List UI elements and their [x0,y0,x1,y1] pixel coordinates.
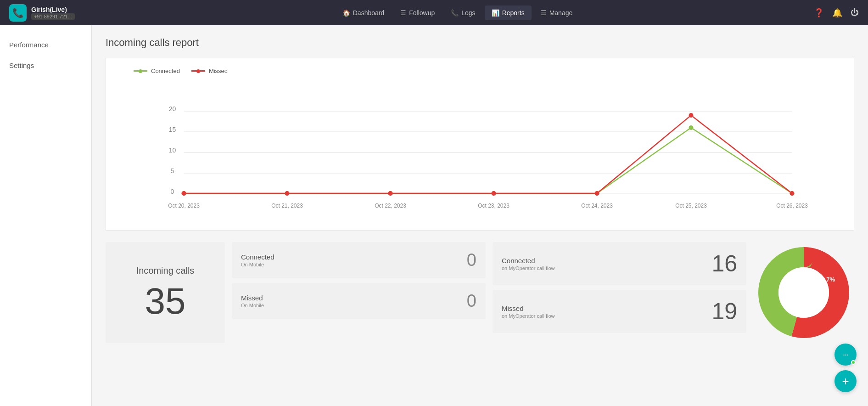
missed-mobile-label: Missed [241,294,264,302]
dashboard-icon: 🏠 [342,9,350,17]
svg-point-25 [285,191,290,196]
sidebar-item-settings[interactable]: Settings [0,55,91,76]
connected-flow-value: 16 [711,250,737,277]
online-indicator [851,360,856,365]
missed-mobile-value: 0 [467,291,476,311]
svg-text:0: 0 [171,188,174,195]
fab-chat-button[interactable]: ··· [834,344,857,366]
incoming-calls-label: Incoming calls [136,265,195,276]
svg-point-30 [790,191,795,196]
sidebar-settings-label: Settings [9,62,34,69]
missed-flow-sub: on MyOperator call flow [502,313,555,319]
svg-text:45.7%: 45.7% [818,276,835,283]
connected-mobile-sub: On Mobile [241,262,274,267]
nav-manage-label: Manage [549,9,573,17]
sidebar-performance-label: Performance [9,41,49,49]
add-icon: + [842,374,849,389]
help-icon[interactable]: ❓ [814,8,824,18]
line-chart: 0 5 10 15 20 Oct 20, 2023 Oct 21, 2023 O… [115,81,845,221]
nav-manage[interactable]: ☰ Manage [534,6,580,20]
manage-icon: ☰ [541,9,547,17]
notification-icon[interactable]: 🔔 [832,8,842,18]
svg-point-27 [492,191,496,196]
svg-point-29 [689,113,694,118]
svg-text:Oct 20, 2023: Oct 20, 2023 [168,203,200,209]
svg-text:54.3%: 54.3% [784,291,802,298]
missed-flow-label: Missed [502,304,555,312]
nav-reports-label: Reports [502,9,525,17]
nav-reports[interactable]: 📊 Reports [485,6,532,20]
nav-logs-label: Logs [461,9,475,17]
svg-text:Oct 21, 2023: Oct 21, 2023 [271,203,303,209]
missed-mobile-info: Missed On Mobile [241,294,264,308]
svg-text:5: 5 [171,167,174,175]
svg-point-24 [182,191,186,196]
missed-mobile-card: Missed On Mobile 0 [232,283,486,319]
stats-row: Incoming calls 35 Connected On Mobile 0 … [106,242,854,343]
connected-mobile-info: Connected On Mobile [241,253,274,267]
missed-flow-info: Missed on MyOperator call flow [502,304,555,319]
connected-flow-label: Connected [502,257,555,265]
nav-logs[interactable]: 📞 Logs [444,6,482,20]
connected-mobile-value: 0 [467,250,476,270]
brand-name: Girish(Live) [31,6,75,13]
svg-text:20: 20 [169,105,176,113]
legend-connected: Connected [134,68,180,74]
chart-legend: Connected Missed [134,68,845,74]
legend-missed-label: Missed [209,68,228,74]
nav-dashboard[interactable]: 🏠 Dashboard [336,6,392,20]
chat-icon: ··· [843,350,848,360]
reports-icon: 📊 [492,9,499,17]
svg-text:Oct 23, 2023: Oct 23, 2023 [478,203,510,209]
brand-logo-icon: 📞 [9,4,27,22]
chart-container: Connected Missed 0 5 10 15 20 [106,58,854,231]
connected-mobile-card: Connected On Mobile 0 [232,242,486,278]
myoperator-stats: Connected on MyOperator call flow 16 Mis… [493,242,746,343]
brand-phone: +91 89291 721... [31,13,75,20]
logs-icon: 📞 [451,9,459,17]
svg-point-22 [689,125,694,130]
svg-point-26 [388,191,393,196]
sidebar: Performance Settings [0,25,92,406]
svg-text:Oct 25, 2023: Oct 25, 2023 [675,203,707,209]
legend-connected-label: Connected [151,68,180,74]
svg-point-28 [595,191,599,196]
nav-followup-label: Followup [409,9,435,17]
connected-mobile-label: Connected [241,253,274,261]
nav-right-actions: ❓ 🔔 ⏻ [814,8,859,18]
sidebar-item-performance[interactable]: Performance [0,34,91,55]
missed-mobile-sub: On Mobile [241,303,264,308]
incoming-calls-number: 35 [145,283,186,320]
missed-flow-card: Missed on MyOperator call flow 19 [493,290,746,333]
top-navigation: 📞 Girish(Live) +91 89291 721... 🏠 Dashbo… [0,0,868,25]
nav-dashboard-label: Dashboard [353,9,385,17]
followup-icon: ☰ [400,9,406,17]
fab-container: ··· + [834,344,857,392]
brand-info: Girish(Live) +91 89291 721... [31,6,75,20]
svg-text:Oct 24, 2023: Oct 24, 2023 [581,203,613,209]
missed-flow-value: 19 [711,298,737,325]
connected-flow-sub: on MyOperator call flow [502,265,555,271]
fab-add-button[interactable]: + [834,370,857,392]
connected-flow-info: Connected on MyOperator call flow [502,257,555,271]
power-icon[interactable]: ⏻ [851,8,859,17]
nav-menu: 🏠 Dashboard ☰ Followup 📞 Logs 📊 Reports … [101,6,814,20]
svg-text:Oct 22, 2023: Oct 22, 2023 [375,203,406,209]
main-content: Incoming calls report Connected Missed [92,25,868,406]
mobile-stats: Connected On Mobile 0 Missed On Mobile 0 [232,242,486,343]
legend-missed: Missed [191,68,228,74]
page-title: Incoming calls report [106,37,854,49]
donut-chart-wrapper: 54.3% 45.7% [753,242,854,343]
nav-followup[interactable]: ☰ Followup [393,6,442,20]
connected-flow-card: Connected on MyOperator call flow 16 [493,242,746,285]
brand-area: 📞 Girish(Live) +91 89291 721... [9,4,101,22]
svg-text:15: 15 [169,126,176,133]
svg-text:10: 10 [169,147,176,154]
svg-text:Oct 26, 2023: Oct 26, 2023 [776,203,808,209]
incoming-calls-card: Incoming calls 35 [106,242,225,343]
